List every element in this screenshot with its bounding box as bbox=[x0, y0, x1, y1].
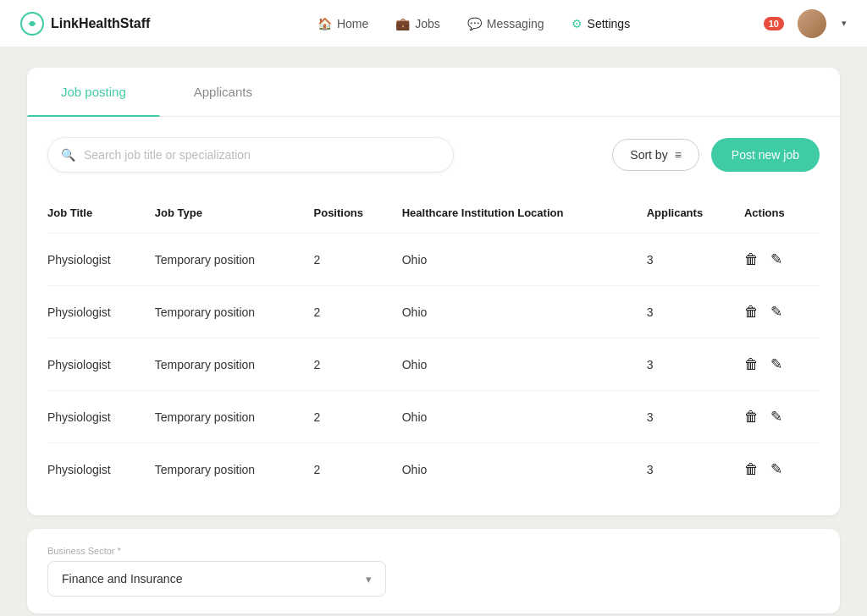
search-actions-bar: 🔍 Sort by ≡ Post new job bbox=[47, 137, 820, 173]
cell-location: Ohio bbox=[402, 443, 647, 496]
col-job-type: Job Type bbox=[155, 196, 314, 234]
cell-job-type: Temporary position bbox=[155, 443, 314, 496]
cell-actions: 🗑 ✎ bbox=[744, 338, 820, 391]
tab-job-posting[interactable]: Job posting bbox=[27, 68, 160, 116]
profile-dropdown-chevron[interactable]: ▾ bbox=[842, 18, 847, 29]
table-body: Physiologist Temporary position 2 Ohio 3… bbox=[47, 234, 820, 496]
select-chevron-icon: ▾ bbox=[366, 573, 372, 586]
search-wrapper: 🔍 bbox=[47, 137, 454, 173]
cell-location: Ohio bbox=[402, 286, 647, 338]
cell-job-type: Temporary position bbox=[155, 391, 314, 443]
table-row: Physiologist Temporary position 2 Ohio 3… bbox=[47, 443, 820, 496]
cell-job-title: Physiologist bbox=[47, 391, 155, 443]
col-applicants: Applicants bbox=[647, 196, 744, 234]
cell-applicants: 3 bbox=[647, 234, 744, 286]
jobs-icon: 💼 bbox=[395, 17, 410, 30]
col-job-title: Job Title bbox=[47, 196, 155, 234]
tab-bar: Job posting Applicants bbox=[27, 68, 840, 117]
edit-icon[interactable]: ✎ bbox=[770, 408, 782, 426]
messaging-icon: 💬 bbox=[467, 17, 482, 30]
edit-icon[interactable]: ✎ bbox=[770, 355, 782, 373]
bottom-panel: Business Sector * Finance and Insurance … bbox=[27, 529, 840, 613]
cell-job-title: Physiologist bbox=[47, 443, 155, 496]
cell-applicants: 3 bbox=[647, 338, 744, 391]
table-row: Physiologist Temporary position 2 Ohio 3… bbox=[47, 338, 820, 391]
cell-actions: 🗑 ✎ bbox=[744, 234, 820, 286]
nav-home[interactable]: 🏠 Home bbox=[318, 17, 368, 30]
table-row: Physiologist Temporary position 2 Ohio 3… bbox=[47, 234, 820, 286]
cell-job-type: Temporary position bbox=[155, 338, 314, 391]
navbar: LinkHealthStaff 🏠 Home 💼 Jobs 💬 Messagin… bbox=[0, 0, 867, 47]
search-input[interactable] bbox=[47, 137, 454, 173]
tab-applicants[interactable]: Applicants bbox=[160, 68, 286, 116]
nav-messaging[interactable]: 💬 Messaging bbox=[467, 17, 544, 30]
nav-settings[interactable]: ⚙ Settings bbox=[572, 17, 631, 30]
brand-name: LinkHealthStaff bbox=[51, 16, 150, 31]
table-section: 🔍 Sort by ≡ Post new job Jo bbox=[27, 117, 840, 515]
avatar[interactable] bbox=[798, 9, 826, 38]
cell-actions: 🗑 ✎ bbox=[744, 443, 820, 496]
cell-location: Ohio bbox=[402, 338, 647, 391]
cell-job-title: Physiologist bbox=[47, 338, 155, 391]
main-content: Job posting Applicants 🔍 Sort by ≡ bbox=[0, 47, 867, 616]
job-table: Job Title Job Type Positions Healthcare … bbox=[47, 196, 820, 495]
delete-icon[interactable]: 🗑 bbox=[744, 461, 759, 478]
sort-icon: ≡ bbox=[675, 148, 682, 162]
avatar-image bbox=[798, 9, 826, 38]
cell-applicants: 3 bbox=[647, 286, 744, 338]
table-row: Physiologist Temporary position 2 Ohio 3… bbox=[47, 286, 820, 338]
cell-positions: 2 bbox=[314, 391, 402, 443]
cell-positions: 2 bbox=[314, 234, 402, 286]
cell-positions: 2 bbox=[314, 286, 402, 338]
col-actions: Actions bbox=[744, 196, 820, 234]
search-icon: 🔍 bbox=[61, 148, 75, 162]
cell-job-title: Physiologist bbox=[47, 286, 155, 338]
delete-icon[interactable]: 🗑 bbox=[744, 409, 759, 426]
nav-jobs[interactable]: 💼 Jobs bbox=[395, 17, 440, 30]
sort-button[interactable]: Sort by ≡ bbox=[612, 139, 699, 171]
post-new-job-button[interactable]: Post new job bbox=[711, 138, 820, 172]
cell-location: Ohio bbox=[402, 234, 647, 286]
navbar-right: 10 ▾ bbox=[764, 9, 847, 38]
cell-positions: 2 bbox=[314, 338, 402, 391]
cell-actions: 🗑 ✎ bbox=[744, 391, 820, 443]
cell-actions: 🗑 ✎ bbox=[744, 286, 820, 338]
business-sector-field: Business Sector * Finance and Insurance … bbox=[47, 546, 386, 597]
cell-job-type: Temporary position bbox=[155, 286, 314, 338]
cell-applicants: 3 bbox=[647, 391, 744, 443]
cell-positions: 2 bbox=[314, 443, 402, 496]
edit-icon[interactable]: ✎ bbox=[770, 303, 782, 321]
delete-icon[interactable]: 🗑 bbox=[744, 304, 759, 321]
business-sector-label: Business Sector * bbox=[47, 546, 386, 556]
edit-icon[interactable]: ✎ bbox=[770, 460, 782, 478]
logo-icon bbox=[20, 12, 44, 36]
actions-right: Sort by ≡ Post new job bbox=[612, 138, 820, 172]
settings-icon: ⚙ bbox=[572, 17, 583, 30]
table-row: Physiologist Temporary position 2 Ohio 3… bbox=[47, 391, 820, 443]
col-positions: Positions bbox=[314, 196, 402, 234]
nav-menu: 🏠 Home 💼 Jobs 💬 Messaging ⚙ Settings bbox=[184, 17, 763, 30]
table-header: Job Title Job Type Positions Healthcare … bbox=[47, 196, 820, 234]
notification-badge[interactable]: 10 bbox=[764, 17, 784, 30]
business-sector-select[interactable]: Finance and Insurance ▾ bbox=[47, 561, 386, 597]
main-card: Job posting Applicants 🔍 Sort by ≡ bbox=[27, 68, 840, 515]
svg-point-1 bbox=[30, 21, 35, 26]
home-icon: 🏠 bbox=[318, 17, 332, 30]
delete-icon[interactable]: 🗑 bbox=[744, 251, 759, 268]
cell-job-title: Physiologist bbox=[47, 234, 155, 286]
brand-logo[interactable]: LinkHealthStaff bbox=[20, 12, 150, 36]
cell-applicants: 3 bbox=[647, 443, 744, 496]
edit-icon[interactable]: ✎ bbox=[770, 250, 782, 268]
cell-job-type: Temporary position bbox=[155, 234, 314, 286]
col-location: Healthcare Institution Location bbox=[402, 196, 647, 234]
cell-location: Ohio bbox=[402, 391, 647, 443]
delete-icon[interactable]: 🗑 bbox=[744, 356, 759, 373]
